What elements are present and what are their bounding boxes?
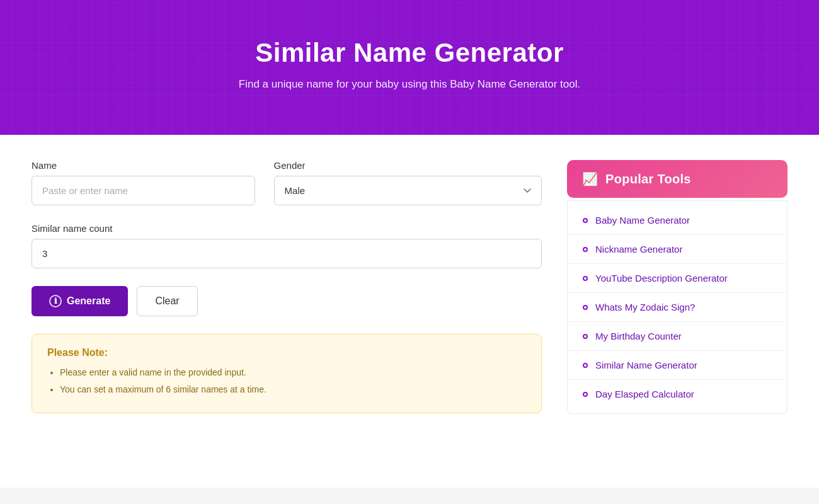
tool-label-baby-name: Baby Name Generator <box>595 215 690 226</box>
gender-group: Gender Male Female Unisex <box>274 160 542 205</box>
tool-item-similar[interactable]: Similar Name Generator <box>568 351 787 380</box>
count-label: Similar name count <box>32 223 542 234</box>
page-header: Similar Name Generator Find a unique nam… <box>0 0 819 135</box>
note-list: Please enter a valid name in the provide… <box>47 366 526 396</box>
name-label: Name <box>32 160 255 171</box>
page-title: Similar Name Generator <box>13 38 806 68</box>
sidebar: 📈 Popular Tools Baby Name Generator Nick… <box>567 160 788 462</box>
tool-dot-4 <box>583 305 588 310</box>
note-box: Please Note: Please enter a valid name i… <box>32 334 542 413</box>
clear-button-label: Clear <box>155 295 179 306</box>
clear-button[interactable]: Clear <box>137 286 197 316</box>
tool-label-similar: Similar Name Generator <box>595 360 697 370</box>
gender-label: Gender <box>274 160 542 171</box>
tool-item-nickname[interactable]: Nickname Generator <box>568 235 787 264</box>
tool-item-day-elapsed[interactable]: Day Elasped Calculator <box>568 380 787 408</box>
note-item-2: You can set a maximum of 6 similar names… <box>60 383 526 396</box>
name-group: Name <box>32 160 255 205</box>
tool-item-youtube[interactable]: YouTube Description Generator <box>568 264 787 293</box>
tool-item-birthday[interactable]: My Birthday Counter <box>568 322 787 351</box>
count-group: Similar name count <box>32 223 542 268</box>
generate-icon: ℹ <box>49 295 62 307</box>
tool-dot-2 <box>583 247 588 252</box>
tool-label-nickname: Nickname Generator <box>595 244 682 255</box>
name-input[interactable] <box>32 176 255 205</box>
tool-label-day-elapsed: Day Elasped Calculator <box>595 389 694 399</box>
name-gender-row: Name Gender Male Female Unisex <box>32 160 542 205</box>
page-subtitle: Find a unique name for your baby using t… <box>13 78 806 91</box>
tool-dot-3 <box>583 276 588 281</box>
tool-item-baby-name[interactable]: Baby Name Generator <box>568 206 787 235</box>
button-row: ℹ Generate Clear <box>32 286 542 316</box>
tool-dot-1 <box>583 218 588 223</box>
tool-dot-6 <box>583 363 588 368</box>
generate-button[interactable]: ℹ Generate <box>32 286 128 316</box>
gender-select[interactable]: Male Female Unisex <box>274 176 542 205</box>
popular-tools-title: Popular Tools <box>605 172 691 186</box>
tool-dot-5 <box>583 334 588 339</box>
trend-icon: 📈 <box>582 171 598 186</box>
count-input[interactable] <box>32 239 542 268</box>
note-item-1: Please enter a valid name in the provide… <box>60 366 526 379</box>
tool-label-youtube: YouTube Description Generator <box>595 273 728 284</box>
tool-label-zodiac: Whats My Zodaic Sign? <box>595 302 695 312</box>
tool-dot-7 <box>583 392 588 397</box>
tools-list: Baby Name Generator Nickname Generator Y… <box>567 200 788 414</box>
tool-item-zodiac[interactable]: Whats My Zodaic Sign? <box>568 293 787 322</box>
tool-label-birthday: My Birthday Counter <box>595 331 682 341</box>
note-title: Please Note: <box>47 347 526 358</box>
form-area: Name Gender Male Female Unisex Similar n… <box>32 160 542 462</box>
generate-button-label: Generate <box>67 295 110 307</box>
popular-tools-header: 📈 Popular Tools <box>567 160 788 198</box>
main-content: Name Gender Male Female Unisex Similar n… <box>0 135 819 488</box>
